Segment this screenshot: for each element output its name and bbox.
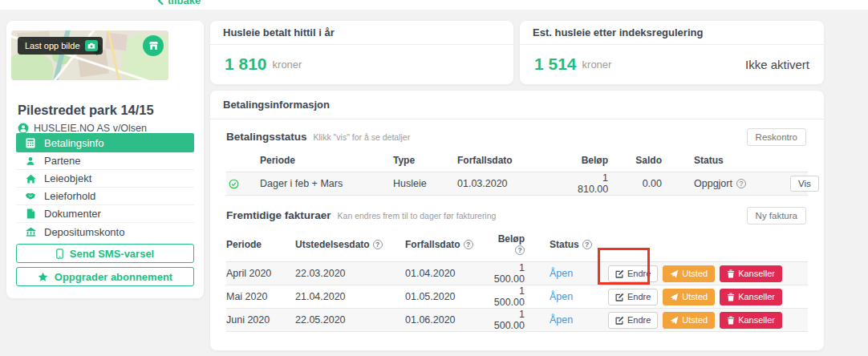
kanseller-button[interactable]: Kanseller — [720, 265, 782, 282]
property-title: Pilestredet park 14/15 — [18, 103, 154, 118]
new-invoice-button[interactable]: Ny faktura — [747, 207, 806, 225]
col-status: Status — [678, 155, 790, 166]
owner-row: HUSLEIE.NO AS v/Olsen — [18, 123, 147, 134]
help-icon[interactable] — [464, 240, 473, 249]
col-utstedelsesdato: Utstedelsesdato — [295, 239, 405, 250]
col-periode: Periode — [260, 155, 393, 166]
trash-icon — [727, 293, 735, 301]
send-icon — [670, 293, 679, 301]
upload-photo-button[interactable]: Last opp bilde — [18, 37, 103, 55]
index-regulation-status: Ikke aktivert — [745, 58, 809, 71]
sidebar-item-depositumskonto[interactable]: Depositumskonto — [16, 223, 194, 241]
sidebar-menu: Betalingsinfo Partene Leieobjekt Leiefor… — [16, 133, 194, 241]
help-icon[interactable] — [582, 240, 592, 249]
paid-rent-unit: kroner — [273, 59, 302, 71]
index-regulation-amount: 1 514 — [534, 55, 577, 74]
sidebar-item-betalingsinfo[interactable]: Betalingsinfo — [16, 133, 194, 152]
send-icon — [670, 316, 679, 325]
back-chevron-icon — [157, 0, 164, 5]
property-sidebar: Last opp bilde Pilestredet park 14/15 HU… — [6, 21, 204, 298]
paid-rent-amount: 1 810 — [225, 55, 267, 74]
help-icon[interactable] — [736, 179, 746, 188]
col-status: Status — [550, 239, 608, 250]
payment-info-title: Betalingsinformasjon — [210, 91, 824, 119]
kanseller-button[interactable]: Kanseller — [720, 289, 782, 305]
invoice-row-mai: Mai 2020 21.04.2020 01.05.2020 1 500.00 … — [226, 285, 808, 309]
reskontro-button[interactable]: Reskontro — [747, 128, 806, 146]
sidebar-item-label: Partene — [44, 155, 81, 167]
sidebar-item-leieobjekt[interactable]: Leieobjekt — [16, 170, 194, 188]
index-regulation-title: Est. husleie etter indeksregulering — [520, 21, 824, 45]
endre-button[interactable]: Endre — [608, 312, 658, 329]
index-regulation-card: Est. husleie etter indeksregulering 1 51… — [520, 21, 824, 84]
invoice-row-april: April 2020 22.03.2020 01.04.2020 1 500.0… — [226, 262, 808, 285]
cell-forfallsdato: 01.05.2020 — [405, 291, 491, 302]
building-icon-button[interactable] — [143, 35, 164, 56]
utsted-button[interactable]: Utsted — [663, 265, 715, 282]
payment-status-table: Periode Type Forfallsdato Beløp Saldo St… — [226, 150, 808, 196]
owner-label: HUSLEIE.NO AS v/Olsen — [34, 123, 147, 134]
cell-type: Husleie — [393, 178, 457, 189]
smartphone-icon — [56, 249, 63, 259]
page: tilbake Last opp bilde — [0, 0, 868, 356]
future-invoices-table-header: Periode Utstedelsesdato Forfallsdato Bel… — [226, 229, 808, 262]
top-bar: tilbake — [0, 0, 868, 10]
house-icon — [25, 174, 36, 184]
sidebar-item-partene[interactable]: Partene — [16, 152, 194, 170]
sidebar-item-label: Leieforhold — [44, 190, 95, 202]
cell-belop: 1 500.00 — [491, 262, 525, 285]
help-icon[interactable] — [373, 240, 383, 249]
cell-saldo: 0.00 — [608, 178, 662, 189]
cell-periode: April 2020 — [226, 268, 295, 279]
property-map[interactable]: Last opp bilde — [11, 30, 168, 80]
payment-status-row: Dager i feb + Mars Husleie 01.03.2020 1 … — [226, 172, 808, 196]
paid-rent-title: Husleie betalt hittil i år — [210, 21, 513, 45]
kanseller-button[interactable]: Kanseller — [720, 312, 782, 329]
sidebar-item-label: Betalingsinfo — [44, 137, 103, 149]
cell-forfallsdato: 01.03.2020 — [457, 178, 578, 189]
cell-belop: 1 500.00 — [491, 309, 525, 331]
col-saldo: Saldo — [608, 155, 662, 166]
cell-utstedelsesdato: 21.04.2020 — [295, 291, 405, 302]
sidebar-item-dokumenter[interactable]: Dokumenter — [16, 205, 194, 223]
cell-forfallsdato: 01.06.2020 — [405, 314, 491, 326]
back-link[interactable]: tilbake — [157, 0, 201, 6]
cell-belop: 1 500.00 — [491, 285, 525, 308]
calculator-icon — [25, 138, 36, 148]
send-sms-label: Send SMS-varsel — [70, 248, 155, 260]
star-icon — [38, 272, 48, 282]
cell-status: Åpen — [550, 314, 608, 326]
sidebar-item-leieforhold[interactable]: Leieforhold — [16, 188, 194, 205]
future-invoices-section-head: Fremtidige fakturaer Kan endres frem til… — [226, 209, 808, 229]
col-forfallsdato: Forfallsdato — [457, 155, 578, 166]
index-regulation-unit: kroner — [582, 59, 612, 71]
cell-periode: Dager i feb + Mars — [260, 178, 393, 189]
future-invoices-table: Periode Utstedelsesdato Forfallsdato Bel… — [226, 229, 808, 332]
invoice-row-juni: Juni 2020 22.05.2020 01.06.2020 1 500.00… — [226, 309, 808, 332]
upgrade-subscription-button[interactable]: Oppgrader abonnement — [16, 267, 194, 286]
person-icon — [25, 156, 36, 166]
payment-status-title: Betalingsstatus — [226, 131, 307, 143]
endre-button[interactable]: Endre — [608, 265, 658, 282]
endre-button[interactable]: Endre — [608, 289, 658, 305]
help-icon[interactable] — [515, 245, 525, 255]
edit-icon — [615, 293, 624, 301]
future-invoices-subtitle: Kan endres frem til to dager før fakture… — [338, 211, 497, 220]
user-icon — [18, 123, 29, 134]
bank-icon — [25, 227, 36, 237]
col-forfallsdato: Forfallsdato — [405, 239, 491, 250]
col-periode: Periode — [226, 239, 295, 250]
col-type: Type — [393, 155, 457, 166]
cell-forfallsdato: 01.04.2020 — [405, 268, 491, 279]
trash-icon — [727, 269, 735, 278]
utsted-button[interactable]: Utsted — [663, 312, 715, 329]
cell-status: Oppgjort — [694, 178, 732, 189]
col-belop: Beløp — [491, 233, 525, 256]
paid-rent-card: Husleie betalt hittil i år 1 810 kroner — [210, 21, 513, 84]
trash-icon — [727, 316, 735, 325]
payment-status-section-head: Betalingsstatus Klikk "vis" for å se det… — [226, 131, 808, 150]
send-sms-button[interactable]: Send SMS-varsel — [16, 244, 194, 263]
vis-button[interactable]: Vis — [790, 176, 819, 192]
cell-periode: Mai 2020 — [226, 291, 295, 302]
utsted-button[interactable]: Utsted — [663, 289, 715, 305]
